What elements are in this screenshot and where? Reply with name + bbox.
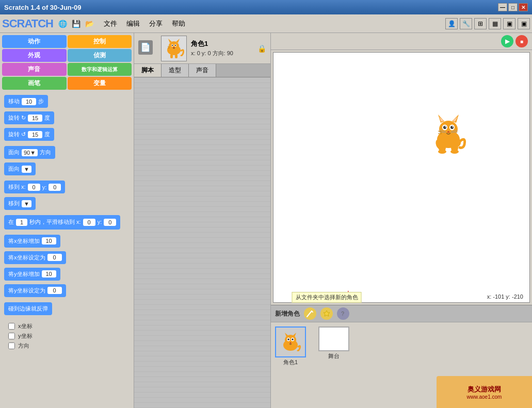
cat-sound[interactable]: 声音 — [2, 63, 67, 76]
cat-pen[interactable]: 画笔 — [2, 77, 67, 90]
watermark-text: 奥义游戏网 — [467, 385, 501, 394]
cat-vars[interactable]: 变量 — [68, 77, 132, 90]
menu-share[interactable]: 分享 — [145, 17, 167, 30]
sprite-info: 角色1 x: 0 y: 0 方向: 90 — [191, 39, 253, 57]
watermark: 奥义游戏网 www.aoe1.com — [437, 376, 532, 408]
menubar-right: 👤 🔧 ⊞ ▦ ▣ ▣ — [445, 18, 530, 29]
tab-scripts[interactable]: 脚本 — [134, 64, 162, 77]
globe-icon[interactable]: 🌐 — [57, 18, 69, 29]
block-rotate-ccw[interactable]: 旋转 ↺ 度 — [4, 128, 54, 141]
svg-point-49 — [292, 338, 294, 340]
rotate-ccw-input[interactable] — [28, 131, 42, 138]
sprite-item-1[interactable]: 角色1 — [275, 327, 306, 366]
block-rotate-cw[interactable]: 旋转 ↻ 度 — [4, 111, 54, 124]
menubar: SCRATCH 🌐 💾 📂 文件 编辑 分享 帮助 👤 🔧 ⊞ ▦ ▣ ▣ — [0, 14, 532, 33]
face-toward-dropdown[interactable]: ▼ — [22, 166, 31, 173]
block-set-x[interactable]: 将x坐标设定为 — [4, 251, 66, 264]
red-stop-button[interactable]: ■ — [515, 35, 528, 47]
menu-file[interactable]: 文件 — [100, 17, 121, 30]
sprite-thumb-img-1 — [275, 327, 306, 357]
stage-thumb-label: 舞台 — [328, 352, 340, 360]
titlebar: Scratch 1.4 of 30-Jun-09 — □ ✕ — [0, 0, 532, 14]
expand-icon[interactable]: ⊞ — [474, 18, 487, 29]
cat-sensing[interactable]: 侦测 — [68, 49, 132, 62]
green-flag-button[interactable]: ▶ — [501, 35, 513, 47]
block-goto-xy[interactable]: 移到 x: y: — [4, 181, 65, 193]
block-glide[interactable]: 在 秒内，平滑移动到 x: y: — [4, 215, 120, 230]
folder-icon[interactable]: 📂 — [84, 18, 95, 29]
cat-looks[interactable]: 外观 — [2, 49, 67, 62]
block-goto[interactable]: 移到 ▼ — [4, 197, 36, 210]
menu-help[interactable]: 帮助 — [168, 17, 189, 30]
blocks-area: 移动 步 旋转 ↻ 度 旋转 ↺ 度 面向 90▼ 方向 — [0, 92, 134, 408]
right-panel: ▶ ■ — [271, 33, 532, 408]
goto-x-input[interactable] — [28, 184, 40, 191]
stage-coords: x: -101 y: -210 — [485, 293, 525, 300]
scratch-logo: SCRATCH — [2, 17, 53, 30]
user-icon[interactable]: 👤 — [445, 18, 458, 29]
sprite-thumbnail — [161, 36, 187, 61]
maximize-button[interactable]: □ — [508, 3, 518, 11]
minimize-button[interactable]: — — [498, 3, 507, 11]
svg-marker-40 — [324, 311, 330, 316]
paint-new-sprite-button[interactable] — [304, 307, 316, 320]
stage-area[interactable]: x: -101 y: -210 — [273, 52, 530, 303]
checkbox-dir-input[interactable] — [8, 342, 15, 349]
checkbox-x: x坐标 — [4, 321, 130, 331]
stage-thumb-item[interactable]: 舞台 — [318, 327, 349, 366]
lock-icon[interactable]: 🔒 — [257, 44, 266, 53]
glide-secs-input[interactable] — [16, 219, 27, 226]
block-change-y[interactable]: 将y坐标增加 — [4, 268, 60, 281]
glide-y-input[interactable] — [104, 219, 116, 226]
menubar-items: 文件 编辑 分享 帮助 — [100, 17, 189, 30]
scripts-tabs: 脚本 造型 声音 — [134, 64, 270, 77]
glide-x-input[interactable] — [83, 219, 95, 226]
checkbox-dir: 方向 — [4, 341, 130, 351]
scripts-workspace[interactable] — [134, 77, 270, 408]
rotate-cw-input[interactable] — [28, 115, 42, 122]
choose-sprite-button[interactable]: 从文件夹中选择新的角色 — [320, 307, 333, 320]
svg-point-8 — [173, 47, 174, 48]
svg-point-48 — [287, 338, 289, 340]
present-icon[interactable]: ▦ — [489, 18, 501, 29]
move-steps-input[interactable] — [22, 98, 36, 105]
checkbox-y-input[interactable] — [8, 333, 15, 339]
svg-rect-12 — [175, 54, 178, 58]
middle-panel: 📄 — [134, 33, 271, 408]
tab-sounds[interactable]: 声音 — [189, 64, 216, 77]
block-set-y[interactable]: 将y坐标设定为 — [4, 284, 66, 297]
svg-text:?: ? — [341, 311, 344, 317]
cat-control[interactable]: 控制 — [68, 35, 132, 48]
goto-dropdown[interactable]: ▼ — [22, 200, 31, 207]
direction-dropdown[interactable]: 90▼ — [22, 149, 38, 156]
cat-numbers[interactable]: 数字和逻辑运算 — [68, 63, 132, 76]
block-bounce[interactable]: 碰到边缘就反弹 — [4, 302, 52, 315]
cat-motion[interactable]: 动作 — [2, 35, 67, 48]
block-face-toward[interactable]: 面向 ▼ — [4, 162, 36, 175]
goto-y-input[interactable] — [49, 184, 61, 191]
set-x-input[interactable] — [47, 254, 62, 261]
svg-point-22 — [450, 126, 454, 129]
settings-icon[interactable]: 🔧 — [460, 18, 472, 29]
menu-edit[interactable]: 编辑 — [122, 17, 144, 30]
view-icon[interactable]: ▣ — [503, 18, 515, 29]
block-move[interactable]: 移动 步 — [4, 95, 48, 108]
close-button[interactable]: ✕ — [519, 3, 528, 11]
block-change-x[interactable]: 将x坐标增加 — [4, 235, 60, 248]
checkbox-x-input[interactable] — [8, 323, 15, 330]
change-y-input[interactable] — [42, 270, 56, 278]
svg-rect-11 — [170, 54, 173, 58]
surprise-sprite-button[interactable]: ? — [337, 307, 349, 320]
save-icon[interactable]: 💾 — [71, 18, 82, 29]
menubar-icons: 🌐 💾 📂 — [57, 18, 95, 29]
svg-point-14 — [439, 121, 458, 137]
extra-icon[interactable]: ▣ — [518, 18, 530, 29]
tab-costumes[interactable]: 造型 — [162, 64, 189, 77]
left-panel: 动作 控制 外观 侦测 声音 数字和逻辑运算 画笔 变量 移动 步 旋转 ↻ 度 — [0, 33, 134, 408]
watermark-url: www.aoe1.com — [467, 394, 502, 400]
scripts-panel-icon: 📄 — [138, 40, 155, 57]
set-y-input[interactable] — [47, 287, 62, 294]
block-face-direction[interactable]: 面向 90▼ 方向 — [4, 146, 55, 159]
change-x-input[interactable] — [42, 237, 56, 244]
checkbox-y-label: y坐标 — [18, 332, 33, 340]
